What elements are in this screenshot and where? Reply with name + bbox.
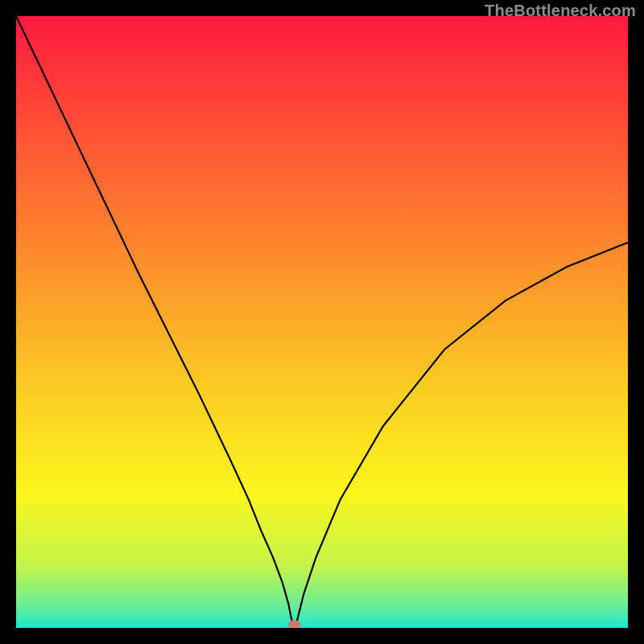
bottleneck-chart [16, 16, 628, 628]
chart-background [16, 16, 628, 628]
watermark-text: TheBottleneck.com [485, 2, 636, 20]
min-marker [288, 620, 301, 628]
chart-stage: TheBottleneck.com [0, 0, 644, 644]
